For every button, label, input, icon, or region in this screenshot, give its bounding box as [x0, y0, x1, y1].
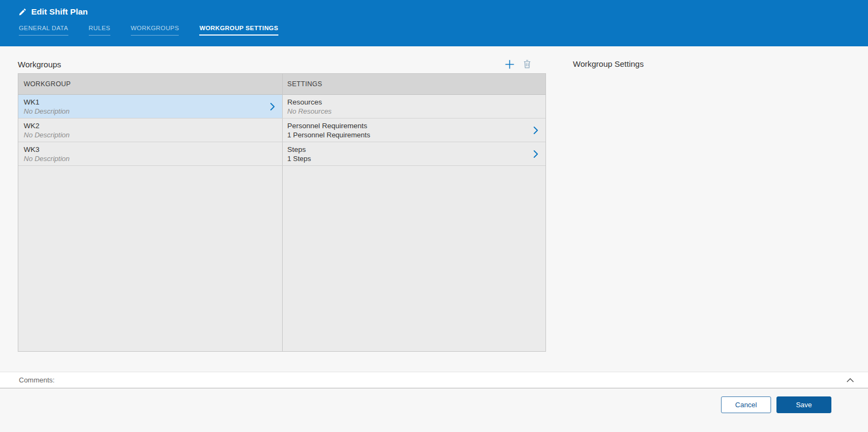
tab-general-data[interactable]: GENERAL DATA: [19, 25, 68, 36]
settings-cell-wk3[interactable]: Steps 1 Steps: [282, 142, 546, 166]
column-header-workgroup: WORKGROUP: [18, 74, 282, 94]
workgroups-panel: Workgroups WORKGROUP SETTINGS: [18, 46, 546, 352]
setting-value: No Resources: [288, 107, 332, 115]
tab-workgroups[interactable]: WORKGROUPS: [131, 25, 179, 36]
tab-rules[interactable]: RULES: [89, 25, 110, 36]
workgroup-name: WK3: [24, 145, 69, 154]
page-title: Edit Shift Plan: [31, 7, 88, 17]
chevron-right-icon: [534, 127, 538, 134]
setting-value: 1 Steps: [288, 155, 311, 163]
chevron-right-icon: [270, 103, 275, 110]
edit-pencil-icon: [19, 8, 26, 16]
setting-title: Steps: [288, 145, 311, 154]
workgroup-cell-wk2[interactable]: WK2 No Description: [18, 119, 282, 142]
cancel-button[interactable]: Cancel: [721, 396, 771, 413]
workgroup-name: WK2: [24, 122, 69, 130]
table-row: WK1 No Description Resources No Resource…: [18, 95, 545, 119]
settings-cell-wk1[interactable]: Resources No Resources: [282, 95, 546, 119]
table-row: WK2 No Description Personnel Requirement…: [18, 119, 545, 142]
table-row: WK3 No Description Steps 1 Steps: [18, 142, 545, 166]
column-header-settings: SETTINGS: [282, 74, 546, 94]
collapse-chevron-up-icon[interactable]: [846, 378, 854, 382]
workgroups-panel-title: Workgroups: [18, 60, 61, 69]
add-workgroup-button[interactable]: [505, 59, 515, 69]
workgroup-description: No Description: [24, 131, 69, 139]
header-bar: Edit Shift Plan GENERAL DATA RULES WORKG…: [0, 0, 868, 46]
workgroup-cell-wk1[interactable]: WK1 No Description: [18, 95, 282, 119]
workgroups-table: WORKGROUP SETTINGS WK1 No Description: [18, 73, 546, 352]
setting-value: 1 Personnel Requirements: [288, 131, 370, 139]
workgroup-description: No Description: [24, 155, 69, 163]
workgroup-description: No Description: [24, 107, 69, 115]
footer-bar: Cancel Save: [0, 388, 868, 432]
workgroup-settings-panel-title: Workgroup Settings: [573, 59, 643, 68]
setting-title: Resources: [288, 98, 332, 106]
save-button[interactable]: Save: [776, 396, 831, 413]
chevron-right-icon: [534, 150, 538, 158]
comments-label: Comments:: [19, 376, 54, 384]
workgroup-cell-wk3[interactable]: WK3 No Description: [18, 142, 282, 166]
tab-workgroup-settings[interactable]: WORKGROUP SETTINGS: [199, 25, 278, 36]
main-content: Workgroups WORKGROUP SETTINGS: [0, 46, 868, 372]
tab-bar: GENERAL DATA RULES WORKGROUPS WORKGROUP …: [19, 25, 868, 36]
settings-cell-wk2[interactable]: Personnel Requirements 1 Personnel Requi…: [282, 119, 546, 142]
comments-bar: Comments:: [0, 372, 868, 388]
delete-workgroup-button[interactable]: [523, 60, 531, 68]
setting-title: Personnel Requirements: [288, 122, 370, 130]
workgroup-name: WK1: [24, 98, 69, 106]
